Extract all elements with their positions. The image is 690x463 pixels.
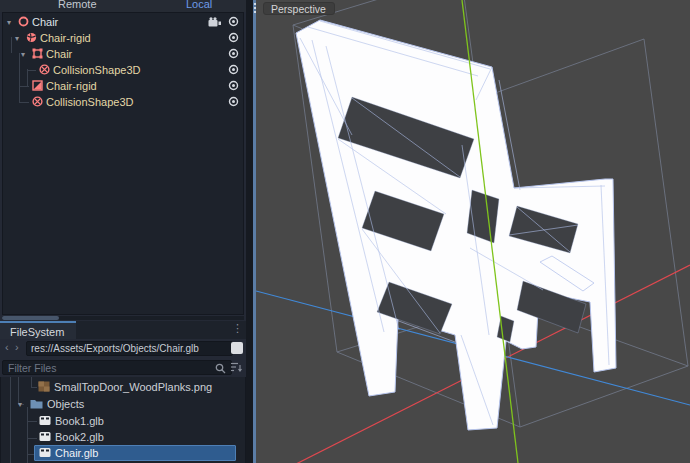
node-label: Chair-rigid — [46, 80, 97, 92]
remote-scene-tree: ▾ Chair ▾ — [2, 12, 244, 315]
filesystem-pathbar: ‹ › — [0, 339, 246, 357]
tree-row[interactable]: CollisionShape3D — [3, 62, 243, 78]
scene-file-icon — [39, 431, 51, 442]
history-back-icon[interactable]: ‹ — [5, 341, 9, 353]
node-label: CollisionShape3D — [46, 96, 133, 108]
collisionshape3d-icon — [32, 96, 43, 107]
node-label: Chair — [46, 48, 72, 60]
node3d-icon — [18, 16, 29, 27]
scene-tree-hscrollbar[interactable] — [2, 316, 244, 320]
node-label: CollisionShape3D — [53, 64, 140, 76]
folder-icon — [30, 398, 43, 409]
current-path-input[interactable] — [26, 341, 233, 356]
visibility-eye-icon[interactable] — [228, 80, 239, 91]
file-name: Book2.glb — [55, 431, 104, 443]
local-tab[interactable]: Local — [186, 0, 212, 10]
search-icon — [215, 363, 226, 374]
file-row[interactable]: Book1.glb — [1, 413, 245, 429]
filesystem-tabbar: FileSystem ⋮ — [0, 321, 246, 339]
file-name: Objects — [47, 398, 84, 410]
scene-file-icon — [39, 447, 51, 458]
tree-row[interactable]: Chair-rigid — [3, 78, 243, 94]
left-dock: Remote Local ▾ Chair — [0, 0, 246, 463]
tree-row[interactable]: ▾ Chair-rigid — [3, 30, 243, 46]
file-name: SmallTopDoor_WoodPlanks.png — [54, 381, 212, 393]
file-row[interactable]: SmallTopDoor_WoodPlanks.png — [1, 379, 245, 395]
toggle-split-mode-button[interactable] — [231, 342, 243, 354]
sort-files-icon[interactable] — [230, 361, 243, 374]
node-label: Chair-rigid — [40, 32, 91, 44]
tree-row[interactable]: ▾ Chair — [3, 46, 243, 62]
visibility-eye-icon[interactable] — [228, 48, 239, 59]
visibility-eye-icon[interactable] — [228, 16, 239, 27]
filter-files-input[interactable] — [2, 360, 232, 375]
texture-icon — [38, 381, 50, 392]
remote-tab[interactable]: Remote — [58, 0, 97, 10]
staticbody3d-icon — [32, 80, 43, 91]
chevron-down-icon[interactable]: ▾ — [7, 19, 14, 26]
file-row[interactable]: Book2.glb — [1, 429, 245, 445]
tree-row[interactable]: CollisionShape3D — [3, 94, 243, 110]
scene-tree-mode-bar: Remote Local — [0, 0, 246, 12]
chevron-down-icon[interactable]: ▾ — [18, 401, 25, 408]
visibility-eye-icon[interactable] — [228, 64, 239, 75]
node-label: Chair — [32, 16, 58, 28]
3d-viewport[interactable]: Perspective — [256, 0, 690, 463]
filesystem-filterbar — [0, 358, 246, 376]
dock-menu-icon[interactable]: ⋮ — [232, 322, 243, 335]
chevron-down-icon[interactable]: ▾ — [15, 35, 22, 42]
tree-row[interactable]: ▾ Chair — [3, 14, 243, 30]
scene-file-icon — [39, 415, 51, 426]
visibility-eye-icon[interactable] — [228, 32, 239, 43]
file-row[interactable]: ▾ Objects — [1, 396, 245, 412]
file-row-selected[interactable]: Chair.glb — [1, 445, 245, 461]
rigidbody3d-icon — [26, 32, 37, 43]
file-name: Chair.glb — [55, 447, 98, 459]
filesystem-tab[interactable]: FileSystem — [0, 321, 76, 339]
chair-3d-render — [256, 0, 690, 463]
chevron-down-icon[interactable]: ▾ — [21, 51, 28, 58]
camera-preview-icon[interactable] — [208, 17, 221, 27]
file-name: Book1.glb — [55, 415, 104, 427]
collisionshape3d-icon — [39, 64, 50, 75]
godot-editor: Remote Local ▾ Chair — [0, 0, 690, 463]
meshinstance3d-icon — [32, 48, 43, 59]
history-forward-icon[interactable]: › — [15, 341, 19, 353]
file-tree: SmallTopDoor_WoodPlanks.png ▾ Objects — [0, 377, 246, 463]
perspective-menu-button[interactable]: Perspective — [263, 2, 335, 15]
filesystem-dock: FileSystem ⋮ ‹ › — [0, 321, 246, 463]
visibility-eye-icon[interactable] — [228, 96, 239, 107]
